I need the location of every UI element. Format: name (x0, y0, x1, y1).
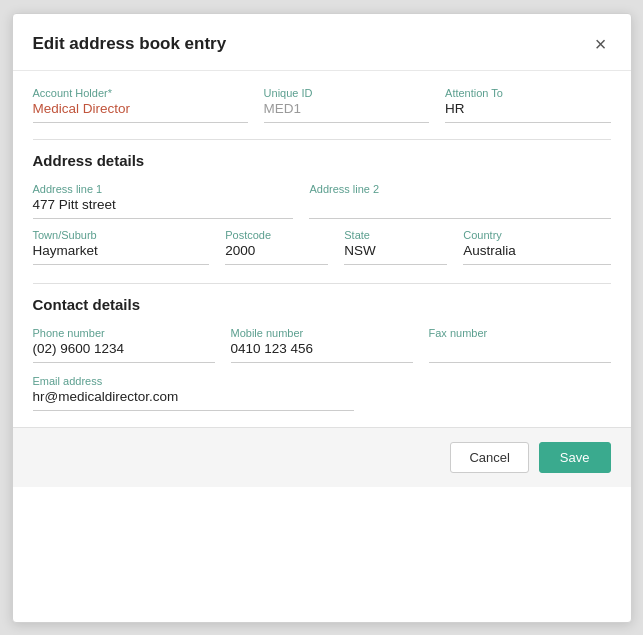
save-button[interactable]: Save (539, 442, 611, 473)
mobile-value[interactable]: 0410 123 456 (231, 341, 413, 363)
address-line2-value[interactable] (309, 197, 610, 219)
dialog-body: Account Holder* Medical Director Unique … (13, 71, 631, 411)
fax-label: Fax number (429, 327, 611, 339)
account-holder-label: Account Holder* (33, 87, 248, 99)
country-field: Country Australia (463, 229, 610, 265)
email-field: Email address hr@medicaldirector.com (33, 375, 354, 411)
state-field: State NSW (344, 229, 447, 265)
town-value[interactable]: Haymarket (33, 243, 210, 265)
email-value[interactable]: hr@medicaldirector.com (33, 389, 354, 411)
unique-id-value[interactable]: MED1 (264, 101, 429, 123)
address-line2-label: Address line 2 (309, 183, 610, 195)
unique-id-field: Unique ID MED1 (264, 87, 429, 123)
email-label: Email address (33, 375, 354, 387)
divider-2 (33, 283, 611, 284)
phone-value[interactable]: (02) 9600 1234 (33, 341, 215, 363)
address-line1-label: Address line 1 (33, 183, 294, 195)
attention-to-field: Attention To HR (445, 87, 610, 123)
postcode-value[interactable]: 2000 (225, 243, 328, 265)
state-label: State (344, 229, 447, 241)
close-button[interactable]: × (591, 32, 611, 56)
country-label: Country (463, 229, 610, 241)
attention-to-value[interactable]: HR (445, 101, 610, 123)
location-row: Town/Suburb Haymarket Postcode 2000 Stat… (33, 229, 611, 265)
contact-section-title: Contact details (33, 296, 611, 313)
mobile-field: Mobile number 0410 123 456 (231, 327, 413, 363)
state-value[interactable]: NSW (344, 243, 447, 265)
contact-row: Phone number (02) 9600 1234 Mobile numbe… (33, 327, 611, 363)
dialog-header: Edit address book entry × (13, 14, 631, 71)
cancel-button[interactable]: Cancel (450, 442, 528, 473)
fax-field: Fax number (429, 327, 611, 363)
dialog-footer: Cancel Save (13, 427, 631, 487)
address-line2-field: Address line 2 (309, 183, 610, 219)
mobile-label: Mobile number (231, 327, 413, 339)
divider-1 (33, 139, 611, 140)
town-label: Town/Suburb (33, 229, 210, 241)
address-line1-field: Address line 1 477 Pitt street (33, 183, 294, 219)
postcode-field: Postcode 2000 (225, 229, 328, 265)
unique-id-label: Unique ID (264, 87, 429, 99)
account-holder-field: Account Holder* Medical Director (33, 87, 248, 123)
phone-label: Phone number (33, 327, 215, 339)
dialog-title: Edit address book entry (33, 34, 227, 54)
country-value[interactable]: Australia (463, 243, 610, 265)
town-field: Town/Suburb Haymarket (33, 229, 210, 265)
attention-to-label: Attention To (445, 87, 610, 99)
address-lines-row: Address line 1 477 Pitt street Address l… (33, 183, 611, 219)
address-section-title: Address details (33, 152, 611, 169)
postcode-label: Postcode (225, 229, 328, 241)
account-holder-value[interactable]: Medical Director (33, 101, 248, 123)
fax-value[interactable] (429, 341, 611, 363)
address-line1-value[interactable]: 477 Pitt street (33, 197, 294, 219)
edit-address-dialog: Edit address book entry × Account Holder… (12, 13, 632, 623)
phone-field: Phone number (02) 9600 1234 (33, 327, 215, 363)
top-fields-row: Account Holder* Medical Director Unique … (33, 87, 611, 123)
email-row: Email address hr@medicaldirector.com (33, 375, 611, 411)
